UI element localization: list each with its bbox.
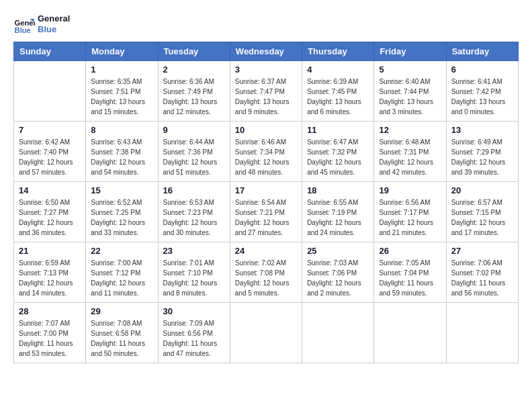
day-info: Daylight: 13 hours — [235, 97, 297, 107]
day-info: and 59 minutes. — [379, 288, 441, 298]
day-info: Daylight: 12 hours — [91, 278, 152, 288]
day-info: Daylight: 12 hours — [235, 157, 297, 167]
day-info: Daylight: 12 hours — [19, 157, 81, 167]
day-info: and 6 minutes. — [307, 107, 369, 117]
day-info: Sunset: 7:10 PM — [163, 268, 225, 278]
calendar-table: SundayMondayTuesdayWednesdayThursdayFrid… — [13, 42, 519, 363]
day-number: 14 — [19, 185, 81, 195]
calendar-cell: 1Sunrise: 6:35 AMSunset: 7:51 PMDaylight… — [86, 61, 158, 122]
page-header: General Blue GeneralBlue — [13, 13, 519, 35]
calendar-cell: 24Sunrise: 7:02 AMSunset: 7:08 PMDayligh… — [230, 242, 302, 303]
logo-text: GeneralBlue — [38, 13, 70, 34]
day-info: Sunrise: 6:50 AM — [19, 197, 81, 208]
day-info: Daylight: 12 hours — [307, 157, 369, 167]
day-info: Sunset: 7:21 PM — [235, 208, 297, 218]
logo: General Blue GeneralBlue — [13, 13, 70, 35]
calendar-header-row: SundayMondayTuesdayWednesdayThursdayFrid… — [14, 42, 519, 61]
day-info: Daylight: 12 hours — [163, 157, 225, 167]
day-info: Sunset: 7:40 PM — [19, 147, 81, 157]
calendar-cell: 4Sunrise: 6:39 AMSunset: 7:45 PMDaylight… — [302, 61, 374, 122]
day-info: Daylight: 13 hours — [307, 97, 369, 107]
day-number: 10 — [235, 125, 297, 135]
week-row: 28Sunrise: 7:07 AMSunset: 7:00 PMDayligh… — [14, 303, 519, 363]
day-info: Sunset: 7:13 PM — [19, 268, 81, 278]
day-info: Sunset: 7:47 PM — [235, 87, 297, 97]
day-info: and 57 minutes. — [19, 167, 81, 177]
day-info: Daylight: 13 hours — [91, 97, 152, 107]
day-info: and 17 minutes. — [451, 228, 513, 238]
day-info: and 2 minutes. — [307, 288, 369, 298]
day-info: Sunrise: 6:37 AM — [235, 77, 297, 87]
day-info: Sunrise: 6:54 AM — [235, 197, 297, 208]
calendar-cell: 14Sunrise: 6:50 AMSunset: 7:27 PMDayligh… — [14, 182, 86, 242]
day-number: 6 — [451, 64, 513, 75]
day-info: and 8 minutes. — [163, 288, 225, 298]
day-info: and 15 minutes. — [91, 107, 152, 117]
day-info: Sunrise: 6:46 AM — [235, 137, 297, 147]
day-info: Daylight: 13 hours — [379, 97, 441, 107]
day-info: Sunset: 7:23 PM — [163, 208, 225, 218]
day-info: Daylight: 12 hours — [451, 218, 513, 228]
day-info: and 39 minutes. — [451, 167, 513, 177]
calendar-cell — [302, 303, 374, 363]
day-of-week-header: Sunday — [14, 42, 86, 61]
day-info: Daylight: 12 hours — [451, 157, 513, 167]
day-info: and 21 minutes. — [379, 228, 441, 238]
day-number: 1 — [91, 64, 152, 75]
day-info: Sunset: 7:51 PM — [91, 87, 152, 97]
day-info: Sunrise: 6:59 AM — [19, 258, 81, 268]
day-info: Sunrise: 6:44 AM — [163, 137, 225, 147]
day-info: and 48 minutes. — [235, 167, 297, 177]
day-info: Sunset: 7:38 PM — [91, 147, 152, 157]
day-info: and 50 minutes. — [91, 349, 152, 359]
calendar-cell: 18Sunrise: 6:55 AMSunset: 7:19 PMDayligh… — [302, 182, 374, 242]
day-info: and 24 minutes. — [307, 228, 369, 238]
day-number: 7 — [19, 125, 81, 135]
day-number: 29 — [91, 306, 152, 316]
day-info: Sunset: 7:17 PM — [379, 208, 441, 218]
day-info: Sunrise: 6:42 AM — [19, 137, 81, 147]
day-info: Sunrise: 7:08 AM — [91, 318, 152, 328]
day-info: Sunset: 7:15 PM — [451, 208, 513, 218]
day-info: and 45 minutes. — [307, 167, 369, 177]
day-number: 23 — [163, 246, 225, 256]
day-info: Sunrise: 6:48 AM — [379, 137, 441, 147]
day-info: Sunset: 7:27 PM — [19, 208, 81, 218]
calendar-cell — [14, 61, 86, 122]
day-info: and 14 minutes. — [19, 288, 81, 298]
day-info: Daylight: 13 hours — [451, 97, 513, 107]
day-of-week-header: Thursday — [302, 42, 374, 61]
day-number: 22 — [91, 246, 152, 256]
calendar-cell: 27Sunrise: 7:06 AMSunset: 7:02 PMDayligh… — [446, 242, 518, 303]
day-info: Daylight: 12 hours — [379, 218, 441, 228]
day-info: Sunrise: 6:57 AM — [451, 197, 513, 208]
day-info: and 27 minutes. — [235, 228, 297, 238]
day-info: Sunrise: 6:36 AM — [163, 77, 225, 87]
day-info: and 30 minutes. — [163, 228, 225, 238]
calendar-cell: 2Sunrise: 6:36 AMSunset: 7:49 PMDaylight… — [158, 61, 230, 122]
day-info: Sunrise: 6:49 AM — [451, 137, 513, 147]
day-number: 2 — [163, 64, 225, 75]
day-info: Sunrise: 6:55 AM — [307, 197, 369, 208]
day-info: Sunset: 7:36 PM — [163, 147, 225, 157]
day-info: Sunset: 6:56 PM — [163, 328, 225, 338]
day-number: 5 — [379, 64, 441, 75]
day-info: Sunset: 7:00 PM — [19, 328, 81, 338]
day-info: Sunrise: 6:52 AM — [91, 197, 152, 208]
day-info: Daylight: 11 hours — [163, 338, 225, 349]
calendar-cell: 9Sunrise: 6:44 AMSunset: 7:36 PMDaylight… — [158, 122, 230, 182]
day-info: and 51 minutes. — [163, 167, 225, 177]
day-info: Sunrise: 6:47 AM — [307, 137, 369, 147]
day-info: Sunset: 7:02 PM — [451, 268, 513, 278]
calendar-cell: 3Sunrise: 6:37 AMSunset: 7:47 PMDaylight… — [230, 61, 302, 122]
day-info: Sunrise: 6:53 AM — [163, 197, 225, 208]
calendar-cell: 29Sunrise: 7:08 AMSunset: 6:58 PMDayligh… — [86, 303, 158, 363]
day-of-week-header: Monday — [86, 42, 158, 61]
day-info: Daylight: 12 hours — [163, 218, 225, 228]
day-info: Sunset: 7:25 PM — [91, 208, 152, 218]
day-info: Sunrise: 6:39 AM — [307, 77, 369, 87]
day-number: 28 — [19, 306, 81, 316]
day-number: 19 — [379, 185, 441, 195]
week-row: 21Sunrise: 6:59 AMSunset: 7:13 PMDayligh… — [14, 242, 519, 303]
day-of-week-header: Friday — [374, 42, 446, 61]
